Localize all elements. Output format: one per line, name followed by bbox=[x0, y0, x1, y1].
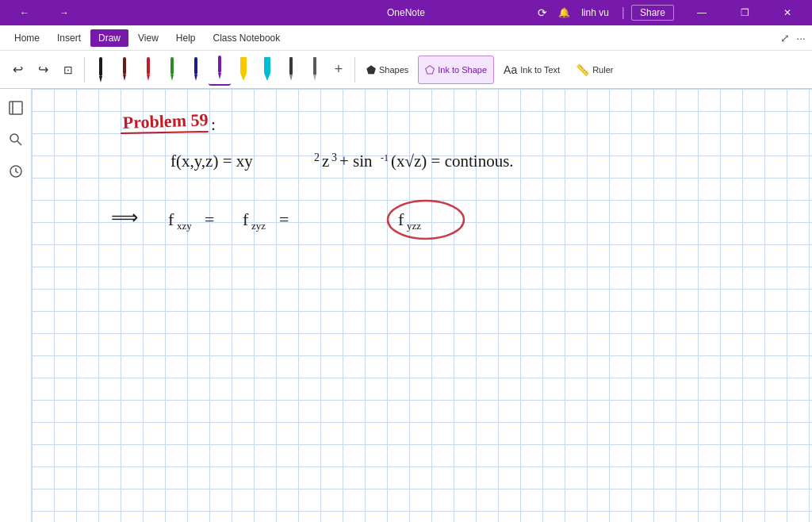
svg-marker-13 bbox=[240, 73, 247, 81]
menu-help[interactable]: Help bbox=[168, 29, 204, 47]
sidebar-history-icon[interactable] bbox=[3, 159, 29, 184]
bell-icon[interactable]: 🔔 bbox=[558, 7, 570, 18]
equation-line2: ⟹ f xzy = f zyz = f yzz bbox=[111, 201, 464, 239]
svg-text:2: 2 bbox=[314, 152, 320, 163]
svg-marker-7 bbox=[170, 75, 174, 81]
forward-button[interactable]: → bbox=[46, 0, 82, 25]
problem-title: Problem 59 : bbox=[121, 109, 216, 134]
redo-button[interactable]: ↪ bbox=[32, 54, 54, 86]
pen-black[interactable] bbox=[90, 54, 112, 86]
svg-text:=: = bbox=[205, 209, 214, 229]
svg-text:xzy: xzy bbox=[177, 220, 192, 232]
svg-point-22 bbox=[10, 134, 18, 142]
user-name: linh vu bbox=[581, 7, 609, 18]
menu-home[interactable]: Home bbox=[6, 29, 48, 47]
menu-class-notebook[interactable]: Class Notebook bbox=[205, 29, 289, 47]
ink-to-text-button[interactable]: Aa Ink to Text bbox=[497, 56, 566, 84]
canvas-area[interactable]: Problem 59 : f(x,y,z) = xy 2 z 3 + sin -… bbox=[32, 89, 812, 522]
svg-marker-11 bbox=[218, 73, 221, 79]
sync-icon[interactable]: ⟳ bbox=[538, 6, 547, 19]
svg-rect-2 bbox=[123, 57, 126, 75]
minimize-button[interactable]: — bbox=[684, 0, 720, 25]
pen-yellow-highlight[interactable] bbox=[232, 54, 255, 86]
handwriting-content: Problem 59 : f(x,y,z) = xy 2 z 3 + sin -… bbox=[32, 89, 812, 522]
svg-rect-0 bbox=[99, 57, 102, 76]
svg-text:z: z bbox=[322, 152, 329, 171]
svg-marker-15 bbox=[264, 73, 270, 81]
svg-line-23 bbox=[17, 141, 21, 145]
svg-text::: : bbox=[211, 114, 216, 134]
menu-view[interactable]: View bbox=[130, 29, 167, 47]
svg-text:-1: -1 bbox=[381, 152, 389, 163]
add-pen-button[interactable]: + bbox=[327, 54, 350, 86]
pen-purple[interactable] bbox=[209, 54, 231, 86]
ink-to-text-icon: Aa bbox=[504, 63, 517, 76]
app-title: OneNote bbox=[387, 7, 425, 18]
svg-rect-18 bbox=[313, 57, 316, 75]
ruler-button[interactable]: 📏 Ruler bbox=[569, 56, 619, 84]
ink-to-shape-icon: ⬠ bbox=[425, 63, 435, 76]
pen-dark-pencil[interactable] bbox=[280, 54, 302, 86]
svg-rect-16 bbox=[289, 57, 293, 75]
svg-marker-9 bbox=[194, 75, 197, 81]
svg-rect-8 bbox=[194, 57, 197, 75]
svg-text:⟹: ⟹ bbox=[111, 207, 138, 228]
svg-text:Problem 59: Problem 59 bbox=[122, 109, 209, 132]
share-button[interactable]: Share bbox=[631, 5, 674, 21]
menu-draw[interactable]: Draw bbox=[90, 29, 128, 47]
svg-text:f: f bbox=[168, 209, 174, 229]
pen-red[interactable] bbox=[137, 54, 159, 86]
menu-insert[interactable]: Insert bbox=[49, 29, 89, 47]
pen-row: + bbox=[90, 54, 350, 86]
menubar-right: ⤢ ··· bbox=[780, 32, 806, 44]
svg-text:+ sin: + sin bbox=[339, 152, 373, 171]
sidebar-notebook-icon[interactable] bbox=[3, 95, 29, 121]
svg-rect-10 bbox=[218, 56, 221, 73]
pen-cyan-highlight[interactable] bbox=[256, 54, 278, 86]
left-sidebar bbox=[0, 89, 32, 522]
svg-text:f: f bbox=[243, 209, 249, 229]
svg-rect-20 bbox=[10, 102, 22, 114]
svg-text:(x√z)   =   continous.: (x√z) = continous. bbox=[391, 152, 514, 171]
menubar: Home Insert Draw View Help Class Noteboo… bbox=[0, 25, 812, 51]
svg-marker-19 bbox=[313, 75, 316, 81]
back-button[interactable]: ← bbox=[6, 0, 43, 25]
pen-darkred[interactable] bbox=[113, 54, 136, 86]
svg-marker-17 bbox=[289, 75, 293, 81]
sep1 bbox=[84, 57, 85, 83]
pen-green[interactable] bbox=[161, 54, 183, 86]
svg-rect-12 bbox=[240, 57, 247, 73]
sep2 bbox=[354, 57, 355, 83]
shapes-icon: ⬟ bbox=[366, 63, 376, 76]
undo-button[interactable]: ↩ bbox=[6, 54, 29, 86]
svg-rect-4 bbox=[147, 57, 150, 75]
equation-line1: f(x,y,z) = xy 2 z 3 + sin -1 (x√z) = con… bbox=[170, 152, 514, 171]
ruler-icon: 📏 bbox=[576, 63, 589, 76]
notebook-page: Problem 59 : f(x,y,z) = xy 2 z 3 + sin -… bbox=[32, 89, 812, 522]
svg-rect-14 bbox=[264, 57, 270, 73]
svg-rect-6 bbox=[170, 57, 174, 75]
svg-text:3: 3 bbox=[331, 152, 337, 163]
svg-marker-1 bbox=[99, 76, 102, 83]
svg-text:yzz: yzz bbox=[407, 220, 421, 232]
svg-text:f: f bbox=[398, 209, 404, 229]
shapes-button[interactable]: ⬟ Shapes bbox=[360, 56, 415, 84]
ink-to-shape-button[interactable]: ⬠ Ink to Shape bbox=[418, 56, 494, 84]
titlebar: ← → OneNote ⟳ 🔔 linh vu | Share — ❐ ✕ bbox=[0, 0, 812, 25]
svg-text:=: = bbox=[279, 209, 289, 229]
more-icon[interactable]: ··· bbox=[796, 32, 806, 44]
pen-blue[interactable] bbox=[185, 54, 207, 86]
svg-text:zyz: zyz bbox=[251, 220, 266, 232]
toolbar: ↩ ↪ ⊡ bbox=[0, 51, 812, 89]
svg-marker-5 bbox=[147, 75, 150, 81]
expand-icon[interactable]: ⤢ bbox=[780, 32, 790, 44]
restore-button[interactable]: ❐ bbox=[726, 0, 763, 25]
svg-marker-3 bbox=[123, 75, 126, 81]
sidebar-search-icon[interactable] bbox=[3, 127, 29, 152]
lasso-button[interactable]: ⊡ bbox=[57, 54, 79, 86]
close-button[interactable]: ✕ bbox=[769, 0, 806, 25]
pen-gray-pencil[interactable] bbox=[304, 54, 326, 86]
nav-buttons: ← → bbox=[6, 0, 82, 25]
svg-text:f(x,y,z)  =  xy: f(x,y,z) = xy bbox=[170, 152, 253, 171]
